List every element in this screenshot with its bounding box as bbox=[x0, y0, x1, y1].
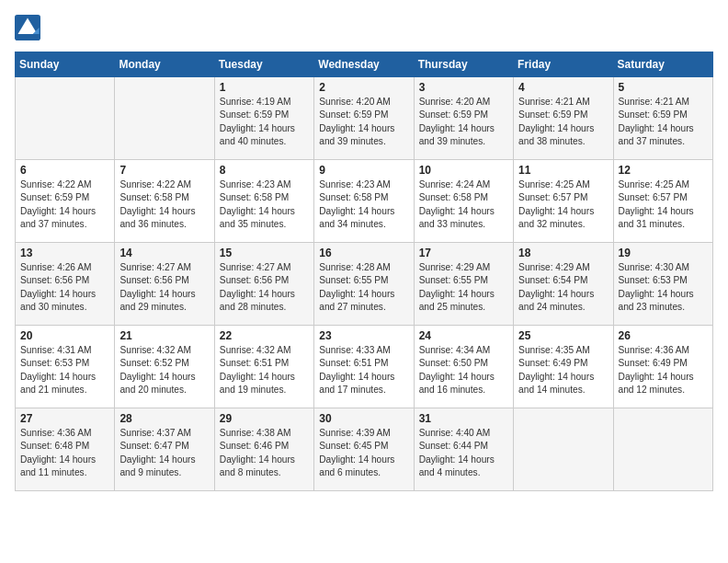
day-number: 29 bbox=[220, 412, 309, 425]
calendar-cell: 4Sunrise: 4:21 AMSunset: 6:59 PMDaylight… bbox=[514, 77, 613, 160]
weekday-header-friday: Friday bbox=[514, 52, 613, 77]
day-info: Sunrise: 4:27 AMSunset: 6:56 PMDaylight:… bbox=[119, 261, 209, 314]
calendar-cell: 17Sunrise: 4:29 AMSunset: 6:55 PMDayligh… bbox=[414, 243, 513, 326]
day-info: Sunrise: 4:32 AMSunset: 6:51 PMDaylight:… bbox=[220, 344, 309, 396]
day-number: 2 bbox=[319, 81, 408, 94]
weekday-header-wednesday: Wednesday bbox=[314, 52, 414, 77]
calendar-cell: 14Sunrise: 4:27 AMSunset: 6:56 PMDayligh… bbox=[115, 243, 214, 326]
calendar-cell: 30Sunrise: 4:39 AMSunset: 6:45 PMDayligh… bbox=[314, 408, 414, 491]
calendar-cell: 11Sunrise: 4:25 AMSunset: 6:57 PMDayligh… bbox=[514, 160, 613, 243]
day-info: Sunrise: 4:31 AMSunset: 6:53 PMDaylight:… bbox=[20, 344, 109, 396]
header bbox=[15, 15, 713, 40]
day-number: 20 bbox=[20, 329, 109, 342]
day-number: 19 bbox=[619, 247, 708, 259]
calendar-week-row: 1Sunrise: 4:19 AMSunset: 6:59 PMDaylight… bbox=[16, 77, 713, 160]
day-info: Sunrise: 4:20 AMSunset: 6:59 PMDaylight:… bbox=[319, 96, 408, 148]
calendar-cell: 2Sunrise: 4:20 AMSunset: 6:59 PMDaylight… bbox=[314, 77, 414, 160]
day-number: 7 bbox=[119, 164, 209, 177]
day-number: 31 bbox=[419, 412, 508, 425]
day-info: Sunrise: 4:30 AMSunset: 6:53 PMDaylight:… bbox=[619, 261, 708, 314]
calendar-cell: 24Sunrise: 4:34 AMSunset: 6:50 PMDayligh… bbox=[414, 326, 513, 408]
day-info: Sunrise: 4:36 AMSunset: 6:48 PMDaylight:… bbox=[20, 427, 109, 479]
day-number: 6 bbox=[20, 164, 109, 177]
logo bbox=[15, 15, 42, 40]
calendar-cell: 8Sunrise: 4:23 AMSunset: 6:58 PMDaylight… bbox=[214, 160, 313, 243]
day-number: 10 bbox=[419, 164, 508, 177]
calendar-cell bbox=[613, 408, 712, 491]
day-info: Sunrise: 4:39 AMSunset: 6:45 PMDaylight:… bbox=[319, 427, 408, 479]
day-number: 9 bbox=[319, 164, 408, 177]
day-number: 24 bbox=[419, 329, 508, 342]
day-info: Sunrise: 4:32 AMSunset: 6:52 PMDaylight:… bbox=[119, 344, 209, 396]
weekday-header-saturday: Saturday bbox=[613, 52, 712, 77]
day-info: Sunrise: 4:37 AMSunset: 6:47 PMDaylight:… bbox=[119, 427, 209, 479]
day-info: Sunrise: 4:23 AMSunset: 6:58 PMDaylight:… bbox=[319, 178, 408, 231]
day-number: 5 bbox=[619, 81, 708, 94]
day-info: Sunrise: 4:40 AMSunset: 6:44 PMDaylight:… bbox=[419, 427, 508, 479]
weekday-header-thursday: Thursday bbox=[414, 52, 513, 77]
weekday-header-tuesday: Tuesday bbox=[214, 52, 313, 77]
day-info: Sunrise: 4:20 AMSunset: 6:59 PMDaylight:… bbox=[419, 96, 508, 148]
weekday-header-row: SundayMondayTuesdayWednesdayThursdayFrid… bbox=[16, 52, 713, 77]
day-info: Sunrise: 4:22 AMSunset: 6:59 PMDaylight:… bbox=[20, 178, 109, 231]
day-info: Sunrise: 4:24 AMSunset: 6:58 PMDaylight:… bbox=[419, 178, 508, 231]
day-info: Sunrise: 4:21 AMSunset: 6:59 PMDaylight:… bbox=[518, 96, 608, 148]
day-number: 21 bbox=[119, 329, 209, 342]
day-number: 11 bbox=[518, 164, 608, 177]
day-info: Sunrise: 4:33 AMSunset: 6:51 PMDaylight:… bbox=[319, 344, 408, 396]
calendar-cell: 6Sunrise: 4:22 AMSunset: 6:59 PMDaylight… bbox=[16, 160, 115, 243]
calendar-cell: 28Sunrise: 4:37 AMSunset: 6:47 PMDayligh… bbox=[115, 408, 214, 491]
day-info: Sunrise: 4:36 AMSunset: 6:49 PMDaylight:… bbox=[619, 344, 708, 396]
day-number: 22 bbox=[220, 329, 309, 342]
calendar-cell: 19Sunrise: 4:30 AMSunset: 6:53 PMDayligh… bbox=[613, 243, 712, 326]
day-number: 28 bbox=[119, 412, 209, 425]
calendar-cell bbox=[514, 408, 613, 491]
day-number: 30 bbox=[319, 412, 408, 425]
day-info: Sunrise: 4:22 AMSunset: 6:58 PMDaylight:… bbox=[119, 178, 209, 231]
calendar-cell: 9Sunrise: 4:23 AMSunset: 6:58 PMDaylight… bbox=[314, 160, 414, 243]
day-number: 14 bbox=[119, 247, 209, 259]
calendar-cell: 29Sunrise: 4:38 AMSunset: 6:46 PMDayligh… bbox=[214, 408, 313, 491]
calendar-cell: 18Sunrise: 4:29 AMSunset: 6:54 PMDayligh… bbox=[514, 243, 613, 326]
calendar-cell: 23Sunrise: 4:33 AMSunset: 6:51 PMDayligh… bbox=[314, 326, 414, 408]
calendar-cell: 31Sunrise: 4:40 AMSunset: 6:44 PMDayligh… bbox=[414, 408, 513, 491]
calendar-cell: 7Sunrise: 4:22 AMSunset: 6:58 PMDaylight… bbox=[115, 160, 214, 243]
calendar-cell bbox=[16, 77, 115, 160]
day-info: Sunrise: 4:28 AMSunset: 6:55 PMDaylight:… bbox=[319, 261, 408, 314]
calendar-cell: 15Sunrise: 4:27 AMSunset: 6:56 PMDayligh… bbox=[214, 243, 313, 326]
calendar-cell: 27Sunrise: 4:36 AMSunset: 6:48 PMDayligh… bbox=[16, 408, 115, 491]
logo-icon bbox=[15, 15, 40, 40]
day-info: Sunrise: 4:25 AMSunset: 6:57 PMDaylight:… bbox=[518, 178, 608, 231]
calendar-week-row: 13Sunrise: 4:26 AMSunset: 6:56 PMDayligh… bbox=[16, 243, 713, 326]
day-number: 13 bbox=[20, 247, 109, 259]
day-number: 25 bbox=[518, 329, 608, 342]
calendar-table: SundayMondayTuesdayWednesdayThursdayFrid… bbox=[15, 52, 713, 491]
day-number: 27 bbox=[20, 412, 109, 425]
calendar-week-row: 27Sunrise: 4:36 AMSunset: 6:48 PMDayligh… bbox=[16, 408, 713, 491]
day-info: Sunrise: 4:29 AMSunset: 6:54 PMDaylight:… bbox=[518, 261, 608, 314]
calendar-cell: 5Sunrise: 4:21 AMSunset: 6:59 PMDaylight… bbox=[613, 77, 712, 160]
calendar-cell: 26Sunrise: 4:36 AMSunset: 6:49 PMDayligh… bbox=[613, 326, 712, 408]
day-number: 4 bbox=[518, 81, 608, 94]
day-info: Sunrise: 4:35 AMSunset: 6:49 PMDaylight:… bbox=[518, 344, 608, 396]
day-info: Sunrise: 4:26 AMSunset: 6:56 PMDaylight:… bbox=[20, 261, 109, 314]
day-info: Sunrise: 4:23 AMSunset: 6:58 PMDaylight:… bbox=[220, 178, 309, 231]
day-number: 17 bbox=[419, 247, 508, 259]
calendar-cell: 10Sunrise: 4:24 AMSunset: 6:58 PMDayligh… bbox=[414, 160, 513, 243]
day-number: 15 bbox=[220, 247, 309, 259]
calendar-cell: 13Sunrise: 4:26 AMSunset: 6:56 PMDayligh… bbox=[16, 243, 115, 326]
calendar-cell: 21Sunrise: 4:32 AMSunset: 6:52 PMDayligh… bbox=[115, 326, 214, 408]
weekday-header-monday: Monday bbox=[115, 52, 214, 77]
calendar-cell bbox=[115, 77, 214, 160]
weekday-header-sunday: Sunday bbox=[16, 52, 115, 77]
day-number: 26 bbox=[619, 329, 708, 342]
calendar-cell: 12Sunrise: 4:25 AMSunset: 6:57 PMDayligh… bbox=[613, 160, 712, 243]
day-info: Sunrise: 4:19 AMSunset: 6:59 PMDaylight:… bbox=[220, 96, 309, 148]
day-number: 12 bbox=[619, 164, 708, 177]
day-info: Sunrise: 4:34 AMSunset: 6:50 PMDaylight:… bbox=[419, 344, 508, 396]
day-number: 16 bbox=[319, 247, 408, 259]
day-number: 8 bbox=[220, 164, 309, 177]
calendar-cell: 22Sunrise: 4:32 AMSunset: 6:51 PMDayligh… bbox=[214, 326, 313, 408]
calendar-cell: 3Sunrise: 4:20 AMSunset: 6:59 PMDaylight… bbox=[414, 77, 513, 160]
calendar-week-row: 20Sunrise: 4:31 AMSunset: 6:53 PMDayligh… bbox=[16, 326, 713, 408]
